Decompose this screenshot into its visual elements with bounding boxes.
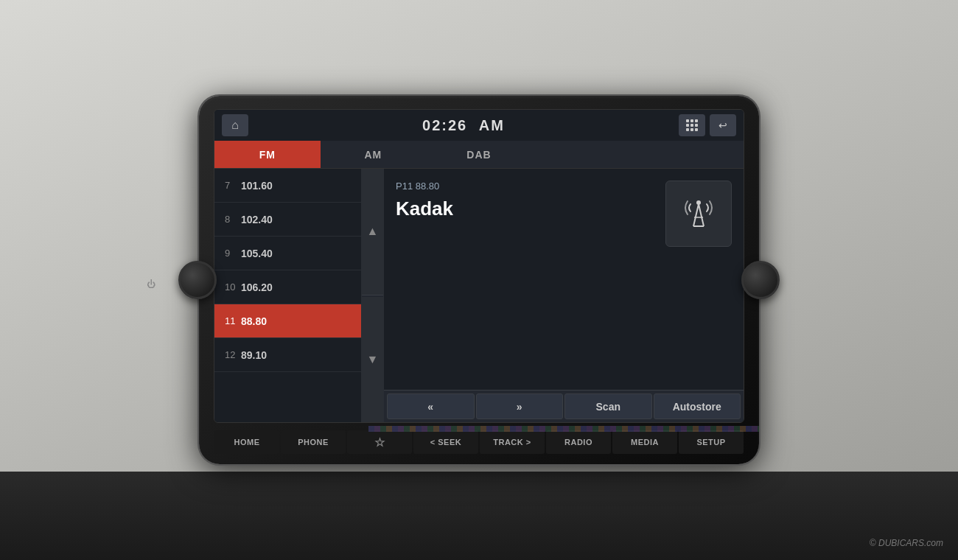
radio-tab-bar: FM AM DAB (214, 141, 744, 169)
preset-item-12[interactable]: 12 89.10 (214, 338, 361, 372)
hw-track-forward-button[interactable]: TRACK > (480, 430, 545, 454)
grid-icon (686, 119, 698, 131)
hw-seek-back-button[interactable]: < SEEK (413, 430, 478, 454)
now-playing-info: P11 88.80 Kadak (384, 169, 744, 390)
hw-setup-button[interactable]: SETUP (679, 430, 744, 454)
preset-freq-7: 101.60 (241, 180, 273, 192)
tab-am[interactable]: AM (321, 141, 427, 168)
preset-freq-10: 106.20 (241, 281, 273, 293)
hw-favorites-button[interactable]: ☆ (347, 430, 412, 454)
preset-num-7: 7 (225, 180, 241, 191)
preset-num-12: 12 (225, 349, 241, 360)
tab-dab[interactable]: DAB (426, 141, 532, 168)
preset-freq-11: 88.80 (241, 315, 267, 327)
now-playing-panel: P11 88.80 Kadak (384, 169, 744, 422)
scroll-down-button[interactable]: ▼ (362, 297, 383, 423)
chevron-down-icon: ▼ (367, 353, 379, 366)
head-unit: ⏻ ⌂ 02:26 AM (199, 96, 759, 464)
top-right-buttons: ↩ (679, 114, 736, 136)
preset-num-8: 8 (225, 214, 241, 225)
clock-time: 02:26 (422, 117, 467, 133)
volume-knob[interactable]: ⏻ (178, 261, 217, 299)
preset-scroll-arrows: ▲ ▼ (362, 169, 384, 422)
preset-item-9[interactable]: 9 105.40 (214, 237, 361, 270)
svg-point-4 (696, 200, 701, 205)
scan-button[interactable]: Scan (564, 393, 652, 419)
clock-period: AM (479, 117, 505, 133)
station-details: P11 88.80 Kadak (396, 181, 654, 220)
svg-line-0 (693, 204, 699, 226)
clock-display: 02:26 AM (248, 117, 679, 134)
hw-phone-button[interactable]: PHONE (281, 430, 346, 454)
home-icon: ⌂ (231, 119, 239, 132)
forward-button[interactable]: » (476, 393, 564, 419)
autostore-button[interactable]: Autostore (654, 393, 741, 419)
preset-item-11[interactable]: 11 88.80 (214, 304, 361, 338)
scroll-up-button[interactable]: ▲ (362, 169, 383, 295)
grid-view-button[interactable] (679, 114, 705, 136)
power-indicator: ⏻ (147, 279, 155, 290)
playback-controls: « » Scan Autostore (384, 390, 744, 422)
preset-item-10[interactable]: 10 106.20 (214, 270, 361, 304)
hw-media-button[interactable]: MEDIA (612, 430, 677, 454)
preset-freq-9: 105.40 (241, 248, 273, 259)
preset-freq-8: 102.40 (241, 214, 273, 225)
preset-num-11: 11 (225, 315, 241, 326)
hw-radio-button[interactable]: RADIO (546, 430, 611, 454)
radio-signal-icon (680, 195, 717, 232)
svg-line-1 (699, 204, 704, 226)
tab-spacer (532, 141, 744, 168)
dashboard-dark-strip (0, 472, 958, 560)
preset-freq-12: 89.10 (241, 349, 267, 361)
station-preset-label: P11 88.80 (396, 181, 654, 192)
hardware-button-row: HOME PHONE ☆ < SEEK TRACK > RADIO MEDIA … (214, 430, 744, 454)
preset-item-7[interactable]: 7 101.60 (214, 169, 361, 203)
tab-fm[interactable]: FM (214, 141, 321, 168)
back-button[interactable]: ↩ (710, 114, 736, 136)
home-screen-button[interactable]: ⌂ (222, 114, 248, 136)
preset-num-10: 10 (225, 281, 241, 293)
scene: ⏻ ⌂ 02:26 AM (0, 0, 958, 560)
screen-topbar: ⌂ 02:26 AM ↩ (214, 110, 744, 141)
screen-main-content: 7 101.60 8 102.40 9 105.40 10 106.20 (214, 169, 744, 422)
chevron-up-icon: ▲ (367, 225, 379, 238)
infotainment-screen: ⌂ 02:26 AM ↩ (214, 109, 744, 423)
preset-num-9: 9 (225, 248, 241, 259)
station-name: Kadak (396, 197, 654, 220)
watermark: © DUBICARS.com (870, 538, 943, 548)
preset-list: 7 101.60 8 102.40 9 105.40 10 106.20 (214, 169, 362, 422)
preset-item-8[interactable]: 8 102.40 (214, 203, 361, 237)
rewind-button[interactable]: « (387, 393, 475, 419)
back-icon: ↩ (718, 119, 727, 131)
hw-home-button[interactable]: HOME (214, 430, 279, 454)
tuner-knob[interactable] (741, 261, 780, 299)
radio-icon-box (665, 181, 732, 247)
